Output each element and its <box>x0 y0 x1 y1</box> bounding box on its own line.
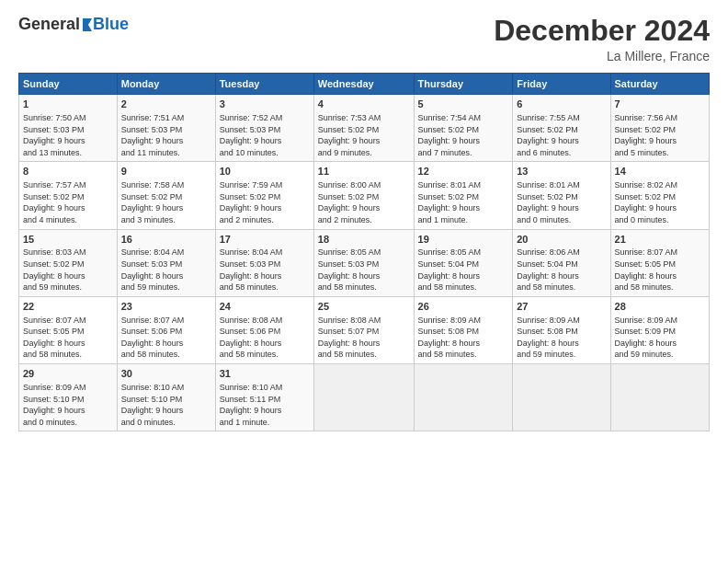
calendar-page: General Blue December 2024 La Millere, F… <box>0 0 728 563</box>
calendar-header-row: Sunday Monday Tuesday Wednesday Thursday… <box>19 74 710 95</box>
calendar-day-cell: 4Sunrise: 7:53 AM Sunset: 5:02 PM Daylig… <box>313 95 414 162</box>
day-info: Sunrise: 8:02 AM Sunset: 5:02 PM Dayligh… <box>615 179 705 225</box>
calendar-day-cell: 11Sunrise: 8:00 AM Sunset: 5:02 PM Dayli… <box>313 162 414 229</box>
day-number: 10 <box>220 165 310 178</box>
day-info: Sunrise: 7:51 AM Sunset: 5:03 PM Dayligh… <box>121 112 211 158</box>
day-number: 4 <box>318 98 410 111</box>
day-info: Sunrise: 8:08 AM Sunset: 5:07 PM Dayligh… <box>318 315 410 361</box>
day-info: Sunrise: 8:05 AM Sunset: 5:04 PM Dayligh… <box>418 247 509 293</box>
day-number: 28 <box>615 300 705 314</box>
calendar-day-cell <box>313 364 414 431</box>
day-info: Sunrise: 7:56 AM Sunset: 5:02 PM Dayligh… <box>615 112 705 158</box>
day-info: Sunrise: 7:55 AM Sunset: 5:02 PM Dayligh… <box>517 112 606 158</box>
calendar-day-cell: 28Sunrise: 8:09 AM Sunset: 5:09 PM Dayli… <box>610 296 709 363</box>
day-number: 3 <box>220 98 310 111</box>
day-number: 14 <box>615 165 705 178</box>
calendar-day-cell: 7Sunrise: 7:56 AM Sunset: 5:02 PM Daylig… <box>610 95 709 162</box>
logo-flag-icon <box>81 17 94 33</box>
day-number: 19 <box>418 233 509 247</box>
day-info: Sunrise: 7:57 AM Sunset: 5:02 PM Dayligh… <box>23 179 113 225</box>
day-info: Sunrise: 8:06 AM Sunset: 5:04 PM Dayligh… <box>517 247 606 293</box>
calendar-day-cell: 31Sunrise: 8:10 AM Sunset: 5:11 PM Dayli… <box>215 364 313 431</box>
calendar-day-cell <box>414 364 513 431</box>
calendar-day-cell: 21Sunrise: 8:07 AM Sunset: 5:05 PM Dayli… <box>610 229 709 296</box>
day-number: 24 <box>220 300 310 314</box>
day-info: Sunrise: 8:09 AM Sunset: 5:10 PM Dayligh… <box>23 382 113 428</box>
header-friday: Friday <box>513 74 610 95</box>
calendar-day-cell: 29Sunrise: 8:09 AM Sunset: 5:10 PM Dayli… <box>19 364 118 431</box>
calendar-day-cell: 25Sunrise: 8:08 AM Sunset: 5:07 PM Dayli… <box>313 296 414 363</box>
calendar-day-cell: 16Sunrise: 8:04 AM Sunset: 5:03 PM Dayli… <box>117 229 215 296</box>
calendar-day-cell <box>513 364 610 431</box>
month-title: December 2024 <box>494 15 710 47</box>
day-number: 22 <box>23 300 113 314</box>
day-info: Sunrise: 8:04 AM Sunset: 5:03 PM Dayligh… <box>121 247 211 293</box>
day-info: Sunrise: 7:52 AM Sunset: 5:03 PM Dayligh… <box>220 112 310 158</box>
calendar-day-cell: 2Sunrise: 7:51 AM Sunset: 5:03 PM Daylig… <box>117 95 215 162</box>
day-number: 17 <box>220 233 310 247</box>
location-text: La Millere, France <box>494 49 710 63</box>
calendar-day-cell <box>610 364 709 431</box>
day-info: Sunrise: 8:07 AM Sunset: 5:06 PM Dayligh… <box>121 315 211 361</box>
svg-marker-0 <box>83 18 92 31</box>
day-number: 2 <box>121 98 211 111</box>
calendar-day-cell: 6Sunrise: 7:55 AM Sunset: 5:02 PM Daylig… <box>513 95 610 162</box>
calendar-day-cell: 19Sunrise: 8:05 AM Sunset: 5:04 PM Dayli… <box>414 229 513 296</box>
day-number: 25 <box>318 300 410 314</box>
header-monday: Monday <box>117 74 215 95</box>
day-info: Sunrise: 7:59 AM Sunset: 5:02 PM Dayligh… <box>220 179 310 225</box>
day-number: 13 <box>517 165 606 178</box>
calendar-day-cell: 14Sunrise: 8:02 AM Sunset: 5:02 PM Dayli… <box>610 162 709 229</box>
day-number: 31 <box>220 367 310 381</box>
day-info: Sunrise: 8:01 AM Sunset: 5:02 PM Dayligh… <box>517 179 606 225</box>
day-number: 18 <box>318 233 410 247</box>
day-number: 15 <box>23 233 113 247</box>
calendar-week-row: 29Sunrise: 8:09 AM Sunset: 5:10 PM Dayli… <box>19 364 710 431</box>
calendar-day-cell: 27Sunrise: 8:09 AM Sunset: 5:08 PM Dayli… <box>513 296 610 363</box>
day-info: Sunrise: 8:09 AM Sunset: 5:09 PM Dayligh… <box>615 315 705 361</box>
day-info: Sunrise: 8:09 AM Sunset: 5:08 PM Dayligh… <box>418 315 509 361</box>
calendar-day-cell: 8Sunrise: 7:57 AM Sunset: 5:02 PM Daylig… <box>19 162 118 229</box>
day-number: 21 <box>615 233 705 247</box>
day-info: Sunrise: 7:58 AM Sunset: 5:02 PM Dayligh… <box>121 179 211 225</box>
day-number: 20 <box>517 233 606 247</box>
calendar-day-cell: 20Sunrise: 8:06 AM Sunset: 5:04 PM Dayli… <box>513 229 610 296</box>
page-header: General Blue December 2024 La Millere, F… <box>18 15 710 63</box>
day-info: Sunrise: 8:10 AM Sunset: 5:10 PM Dayligh… <box>121 382 211 428</box>
day-info: Sunrise: 7:53 AM Sunset: 5:02 PM Dayligh… <box>318 112 410 158</box>
header-tuesday: Tuesday <box>215 74 313 95</box>
day-number: 12 <box>418 165 509 178</box>
day-info: Sunrise: 7:50 AM Sunset: 5:03 PM Dayligh… <box>23 112 113 158</box>
day-info: Sunrise: 8:10 AM Sunset: 5:11 PM Dayligh… <box>220 382 310 428</box>
calendar-day-cell: 18Sunrise: 8:05 AM Sunset: 5:03 PM Dayli… <box>313 229 414 296</box>
calendar-day-cell: 9Sunrise: 7:58 AM Sunset: 5:02 PM Daylig… <box>117 162 215 229</box>
day-info: Sunrise: 7:54 AM Sunset: 5:02 PM Dayligh… <box>418 112 509 158</box>
day-number: 6 <box>517 98 606 111</box>
calendar-day-cell: 30Sunrise: 8:10 AM Sunset: 5:10 PM Dayli… <box>117 364 215 431</box>
header-thursday: Thursday <box>414 74 513 95</box>
day-number: 9 <box>121 165 211 178</box>
header-sunday: Sunday <box>19 74 118 95</box>
day-info: Sunrise: 8:01 AM Sunset: 5:02 PM Dayligh… <box>418 179 509 225</box>
calendar-week-row: 1Sunrise: 7:50 AM Sunset: 5:03 PM Daylig… <box>19 95 710 162</box>
day-number: 16 <box>121 233 211 247</box>
calendar-day-cell: 10Sunrise: 7:59 AM Sunset: 5:02 PM Dayli… <box>215 162 313 229</box>
day-info: Sunrise: 8:09 AM Sunset: 5:08 PM Dayligh… <box>517 315 606 361</box>
calendar-day-cell: 12Sunrise: 8:01 AM Sunset: 5:02 PM Dayli… <box>414 162 513 229</box>
day-info: Sunrise: 8:08 AM Sunset: 5:06 PM Dayligh… <box>220 315 310 361</box>
logo-general-text: General <box>18 15 80 34</box>
calendar-day-cell: 1Sunrise: 7:50 AM Sunset: 5:03 PM Daylig… <box>19 95 118 162</box>
header-wednesday: Wednesday <box>313 74 414 95</box>
header-saturday: Saturday <box>610 74 709 95</box>
day-number: 29 <box>23 367 113 381</box>
calendar-day-cell: 17Sunrise: 8:04 AM Sunset: 5:03 PM Dayli… <box>215 229 313 296</box>
day-number: 26 <box>418 300 509 314</box>
calendar-day-cell: 5Sunrise: 7:54 AM Sunset: 5:02 PM Daylig… <box>414 95 513 162</box>
calendar-day-cell: 13Sunrise: 8:01 AM Sunset: 5:02 PM Dayli… <box>513 162 610 229</box>
title-block: December 2024 La Millere, France <box>494 15 710 63</box>
day-number: 7 <box>615 98 705 111</box>
day-number: 1 <box>23 98 113 111</box>
day-info: Sunrise: 8:05 AM Sunset: 5:03 PM Dayligh… <box>318 247 410 293</box>
day-info: Sunrise: 8:07 AM Sunset: 5:05 PM Dayligh… <box>23 315 113 361</box>
logo: General Blue <box>18 15 129 34</box>
